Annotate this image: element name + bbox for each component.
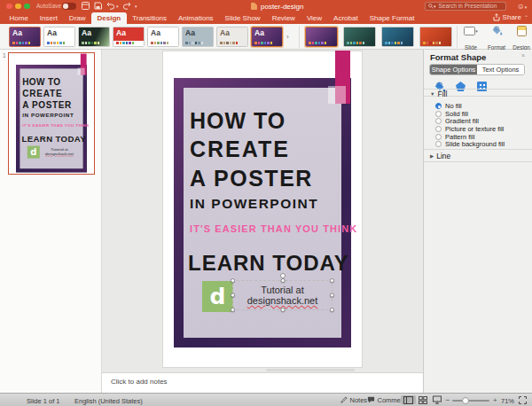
poster-title-line3[interactable]: A POSTER <box>190 166 313 191</box>
resize-handle-ne[interactable] <box>330 278 334 283</box>
maximize-window-button[interactable] <box>24 4 30 10</box>
radio[interactable] <box>435 118 442 124</box>
zoom-in-button[interactable]: + <box>493 396 497 404</box>
theme-thumbnail-7[interactable]: Aa <box>216 27 248 47</box>
tab-acrobat[interactable]: Acrobat <box>328 12 364 25</box>
ribbon-tab-bar: Home Insert Draw Design Transitions Anim… <box>0 12 532 24</box>
slide-sorter-view-button[interactable] <box>417 395 429 404</box>
variant-thumbnail-3[interactable] <box>381 27 414 47</box>
radio[interactable] <box>435 126 442 132</box>
zoom-slider[interactable] <box>452 400 489 402</box>
share-button[interactable]: Share ⌃ <box>493 13 528 21</box>
slideshow-view-button[interactable] <box>431 395 443 404</box>
resize-handle-sw[interactable] <box>231 308 235 312</box>
zoom-out-button[interactable]: − <box>445 395 450 404</box>
fill-section-header[interactable]: ▼ Fill <box>430 90 447 98</box>
variant-thumbnail-selected[interactable] <box>305 27 338 47</box>
fill-option-solid[interactable]: Solid fill <box>435 110 505 118</box>
tab-view[interactable]: View <box>301 12 327 25</box>
slide-thumbnail-panel: 1 HOW TO CREATE A POSTER IN POWERPOINT I… <box>0 50 102 393</box>
tab-home[interactable]: Home <box>4 12 34 25</box>
variant-color-dots <box>309 42 326 44</box>
search-input[interactable]: ▾ Search in Presentation <box>425 2 506 11</box>
tab-text-options[interactable]: Text Options <box>477 65 524 74</box>
resize-handle-w[interactable] <box>231 293 235 298</box>
resize-handle-n[interactable] <box>280 278 285 283</box>
tab-insert[interactable]: Insert <box>34 12 63 25</box>
poster-credit-textbox-selected[interactable]: Tutorial at designshack.net <box>232 280 332 310</box>
normal-view-button[interactable] <box>401 395 416 404</box>
radio-selected[interactable] <box>435 103 442 109</box>
divider <box>424 89 532 90</box>
resize-handle-se[interactable] <box>330 308 334 312</box>
line-section-header[interactable]: ▶ Line <box>430 152 450 160</box>
autosave-toggle[interactable] <box>62 3 76 10</box>
undo-icon[interactable] <box>106 2 115 10</box>
poster-ribbon-overlay[interactable] <box>328 86 346 104</box>
radio[interactable] <box>435 134 442 140</box>
tab-review[interactable]: Review <box>266 12 301 25</box>
variant-thumbnail-4[interactable] <box>419 27 452 47</box>
theme-thumbnail-4[interactable]: Aa <box>113 27 145 47</box>
feedback-smiley-icon[interactable]: ☺▾ <box>517 2 527 11</box>
close-window-button[interactable] <box>6 4 12 10</box>
new-slide-icon[interactable] <box>82 2 90 10</box>
theme-thumbnail-selected[interactable]: Aa <box>251 27 283 47</box>
fill-option-picture-texture[interactable]: Picture or texture fill <box>435 125 505 133</box>
collapse-ribbon-icon[interactable]: ⌃ <box>524 14 528 20</box>
fill-option-pattern[interactable]: Pattern fill <box>435 133 505 141</box>
horizontal-scrollbar[interactable] <box>266 369 355 371</box>
theme-thumbnail-6[interactable]: Aa <box>182 27 214 47</box>
ribbon-content: Aa Aa Aa Aa Aa Aa Aa Aa › <box>0 24 532 50</box>
save-icon[interactable] <box>94 2 102 10</box>
notes-pane[interactable]: Click to add notes <box>102 372 423 393</box>
slide-editor-canvas[interactable]: HOW TO CREATE A POSTER IN POWERPOINT IT'… <box>102 50 423 372</box>
resize-handle-nw[interactable] <box>231 278 235 283</box>
notes-placeholder[interactable]: Click to add notes <box>111 378 168 386</box>
theme-thumbnail-1[interactable]: Aa <box>9 27 41 47</box>
fill-option-no-fill[interactable]: No fill <box>435 102 505 110</box>
slide-thumbnail-1[interactable]: HOW TO CREATE A POSTER IN POWERPOINT IT'… <box>8 52 95 175</box>
radio[interactable] <box>435 141 442 147</box>
designshack-logo[interactable]: d <box>202 281 233 312</box>
radio[interactable] <box>435 111 442 117</box>
fit-to-window-button[interactable] <box>519 396 527 406</box>
slide[interactable]: HOW TO CREATE A POSTER IN POWERPOINT IT'… <box>163 51 362 367</box>
language-label[interactable]: English (United States) <box>74 397 143 405</box>
poster-title-line1[interactable]: HOW TO <box>190 108 286 134</box>
close-panel-icon[interactable]: × <box>520 52 527 59</box>
toolbar-more-caret[interactable]: ▾ <box>135 4 137 12</box>
tab-shape-options[interactable]: Shape Options <box>430 65 477 74</box>
notes-toggle-button[interactable]: Notes <box>340 395 367 404</box>
effects-icon[interactable] <box>454 80 467 93</box>
gallery-expand-arrow[interactable]: › <box>286 33 289 41</box>
tab-shape-format[interactable]: Shape Format <box>364 12 420 25</box>
zoom-level-label[interactable]: 71% <box>501 397 514 405</box>
poster-title-line2[interactable]: CREATE <box>190 137 290 162</box>
variant-color-dots <box>385 42 403 44</box>
tab-draw[interactable]: Draw <box>63 12 91 25</box>
redo-icon[interactable] <box>122 2 131 10</box>
toggle-knob <box>63 4 68 9</box>
theme-thumbnail-3[interactable]: Aa <box>78 27 110 47</box>
variant-thumbnail-2[interactable] <box>343 27 376 47</box>
slide-number: 1 <box>3 52 6 59</box>
tab-slide-show[interactable]: Slide Show <box>219 12 266 25</box>
poster-title-line4[interactable]: IN POWERPOINT <box>190 196 318 212</box>
tab-animations[interactable]: Animations <box>173 12 220 25</box>
undo-menu-caret[interactable]: ▾ <box>116 4 119 12</box>
minimize-window-button[interactable] <box>15 4 21 10</box>
zoom-slider-thumb[interactable] <box>462 397 469 404</box>
theme-thumbnail-5[interactable]: Aa <box>147 27 179 47</box>
resize-handle-s[interactable] <box>280 308 285 312</box>
picture-icon[interactable] <box>475 80 489 93</box>
tab-transitions[interactable]: Transitions <box>127 12 173 25</box>
poster-cta[interactable]: LEARN TODAY <box>188 251 349 276</box>
theme-thumbnail-2[interactable]: Aa <box>43 27 75 47</box>
poster-shape[interactable]: HOW TO CREATE A POSTER IN POWERPOINT IT'… <box>174 78 351 347</box>
fill-option-gradient[interactable]: Gradient fill <box>435 117 505 125</box>
poster-tagline[interactable]: IT'S EASIER THAN YOU THINK <box>190 223 357 234</box>
resize-handle-e[interactable] <box>330 293 334 298</box>
fill-option-slide-background[interactable]: Slide background fill <box>435 140 505 148</box>
tab-design[interactable]: Design <box>91 12 127 25</box>
